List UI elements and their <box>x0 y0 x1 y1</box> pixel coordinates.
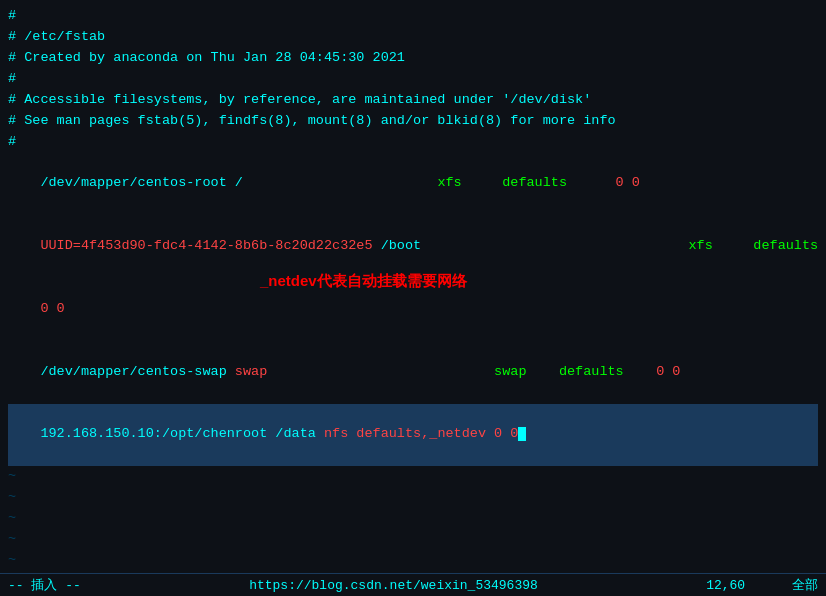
fstab-line-8: /dev/mapper/centos-root / xfs defaults 0… <box>8 152 818 215</box>
cursor-position: 12,60 全部 <box>706 576 818 594</box>
tilde-5: ~ <box>8 550 818 571</box>
tilde-2: ~ <box>8 487 818 508</box>
fstab-line-1: # <box>8 6 818 27</box>
tilde-1: ~ <box>8 466 818 487</box>
fstab-line-5: # Accessible filesystems, by reference, … <box>8 90 818 111</box>
fstab-line-11-nfs[interactable]: 192.168.150.10:/opt/chenroot /data nfs d… <box>8 404 818 467</box>
fstab-line-4: # <box>8 69 818 90</box>
netdev-annotation: _netdev代表自动挂载需要网络 <box>260 272 467 291</box>
terminal-window: # # /etc/fstab # Created by anaconda on … <box>0 0 826 596</box>
fstab-line-2: # /etc/fstab <box>8 27 818 48</box>
fstab-line-9: UUID=4f453d90-fdc4-4142-8b6b-8c20d22c32e… <box>8 215 818 278</box>
tilde-3: ~ <box>8 508 818 529</box>
cursor <box>518 427 526 441</box>
tilde-4: ~ <box>8 529 818 550</box>
fstab-line-6: # See man pages fstab(5), findfs(8), mou… <box>8 111 818 132</box>
fstab-line-7: # <box>8 132 818 153</box>
fstab-line-10: /dev/mapper/centos-swap swap swap defaul… <box>8 341 818 404</box>
status-bar: -- 插入 -- https://blog.csdn.net/weixin_53… <box>0 573 826 596</box>
insert-mode-label: -- 插入 -- <box>8 576 81 594</box>
url-label: https://blog.csdn.net/weixin_53496398 <box>249 578 538 593</box>
fstab-line-3: # Created by anaconda on Thu Jan 28 04:4… <box>8 48 818 69</box>
